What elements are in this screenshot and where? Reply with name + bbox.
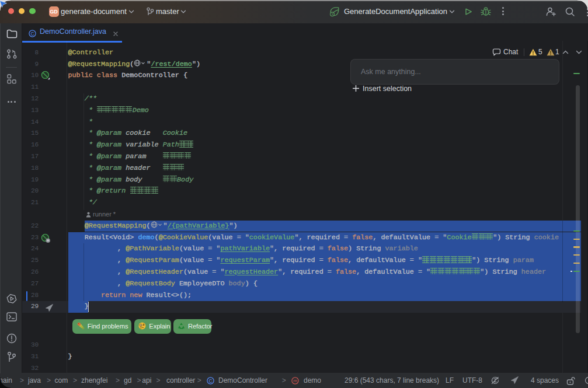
svg-text:m: m bbox=[293, 378, 297, 383]
svg-text:C: C bbox=[30, 31, 34, 37]
svg-text:C: C bbox=[208, 377, 212, 383]
